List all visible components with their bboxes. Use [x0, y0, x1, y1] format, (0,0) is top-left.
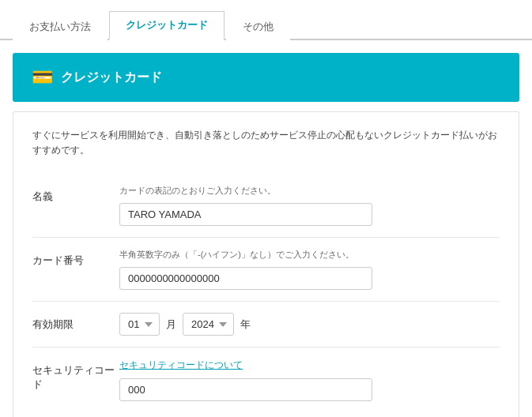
credit-card-header-title: クレジットカード — [61, 70, 162, 86]
month-unit-label: 月 — [166, 317, 176, 332]
security-code-field: セキュリティコードについて — [119, 359, 500, 401]
name-input[interactable] — [119, 203, 372, 226]
security-code-link[interactable]: セキュリティコードについて — [119, 359, 500, 372]
card-number-input[interactable] — [119, 267, 372, 290]
card-number-field: 半角英数字のみ（「-(ハイフン)」なし）でご入力ください。 — [119, 249, 500, 290]
expiry-label: 有効期限 — [32, 313, 119, 332]
name-label: 名義 — [32, 185, 119, 204]
tab-payment-method[interactable]: お支払い方法 — [13, 13, 108, 40]
tab-other[interactable]: その他 — [226, 13, 290, 40]
name-row: 名義 カードの表記のとおりご入力ください。 — [32, 174, 500, 237]
security-code-row: セキュリティコード セキュリティコードについて — [32, 347, 500, 412]
name-hint: カードの表記のとおりご入力ください。 — [119, 185, 500, 197]
credit-card-header: 💳 クレジットカード — [13, 53, 519, 102]
form-intro-text: すぐにサービスを利用開始でき、自動引き落としのためサービス停止の心配もないクレジ… — [32, 128, 500, 158]
tab-bar: お支払い方法 クレジットカード その他 — [0, 0, 532, 40]
card-number-row: カード番号 半角英数字のみ（「-(ハイフン)」なし）でご入力ください。 — [32, 237, 500, 301]
expiry-field: 010203040506070809101112 月 2024202520262… — [119, 313, 500, 336]
credit-card-icon: 💳 — [32, 67, 53, 88]
card-number-hint: 半角英数字のみ（「-(ハイフン)」なし）でご入力ください。 — [119, 249, 500, 261]
payment-form: すぐにサービスを利用開始でき、自動引き落としのためサービス停止の心配もないクレジ… — [13, 111, 519, 417]
name-field: カードの表記のとおりご入力ください。 — [119, 185, 500, 226]
security-code-input[interactable] — [119, 378, 372, 401]
expiry-month-select[interactable]: 010203040506070809101112 — [119, 313, 160, 336]
expiry-row: 有効期限 010203040506070809101112 月 20242025… — [32, 301, 500, 347]
expiry-controls: 010203040506070809101112 月 2024202520262… — [119, 313, 500, 336]
expiry-year-select[interactable]: 2024202520262027202820292030 — [183, 313, 234, 336]
security-code-label: セキュリティコード — [32, 359, 119, 392]
year-unit-label: 年 — [240, 317, 251, 332]
main-content: 💳 クレジットカード すぐにサービスを利用開始でき、自動引き落としのためサービス… — [0, 53, 532, 417]
tab-credit-card[interactable]: クレジットカード — [109, 11, 224, 40]
card-number-label: カード番号 — [32, 249, 119, 268]
